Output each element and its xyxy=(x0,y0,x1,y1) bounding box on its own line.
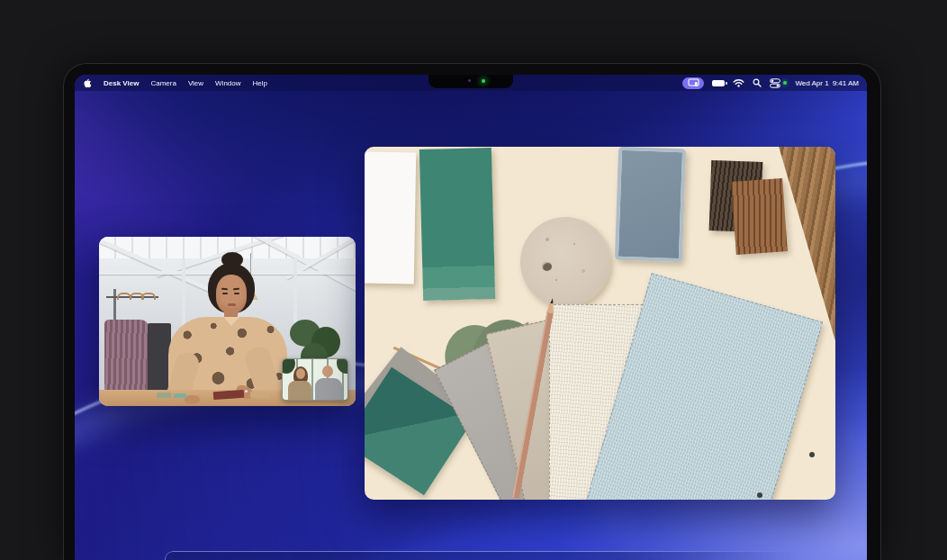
menu-item-view[interactable]: View xyxy=(188,79,203,87)
pip-participant-man-face xyxy=(322,366,333,377)
camera-in-use-indicator xyxy=(783,81,787,85)
display-notch xyxy=(428,75,513,88)
wifi-icon[interactable] xyxy=(733,78,744,87)
apple-logo-icon xyxy=(84,78,92,88)
menu-bar-clock[interactable]: Wed Apr 1 9:41 AM xyxy=(795,79,859,87)
pip-participant-man xyxy=(315,378,342,400)
hanger xyxy=(141,293,156,300)
spotlight-search-icon[interactable] xyxy=(753,78,762,87)
menu-bar-status-area: Wed Apr 1 9:41 AM xyxy=(682,77,867,89)
menu-bar-date: Wed Apr 1 xyxy=(795,79,828,87)
pip-remote-participants[interactable] xyxy=(282,358,348,401)
fabric-snap-button xyxy=(757,492,762,498)
menu-item-window[interactable]: Window xyxy=(215,79,240,87)
screen-mirroring-indicator[interactable] xyxy=(682,77,704,89)
desk-swatch-teal xyxy=(174,393,186,398)
fabric-snap-button xyxy=(809,452,815,457)
partially-hidden-window-top-edge[interactable] xyxy=(165,551,803,560)
menu-bar-left: Desk View Camera View Window Help xyxy=(75,78,267,88)
camera-indicator-light xyxy=(482,79,485,83)
apple-menu[interactable] xyxy=(84,78,92,88)
desk-swatch-tan xyxy=(250,391,270,398)
presenter-ring xyxy=(245,390,248,393)
white-tile xyxy=(365,151,416,284)
desk-swatch-green xyxy=(157,393,171,398)
control-center-area[interactable] xyxy=(770,78,787,88)
battery-icon[interactable] xyxy=(712,80,725,86)
presenter-mouth xyxy=(228,303,236,306)
presenter-eye xyxy=(234,293,239,294)
menu-item-camera[interactable]: Camera xyxy=(150,79,176,87)
loft-column xyxy=(182,258,185,330)
pip-participant-woman xyxy=(288,381,311,400)
control-center-icon xyxy=(770,78,780,88)
teal-tile xyxy=(419,148,495,301)
brown-wood-sample xyxy=(731,178,788,255)
presenter-eye xyxy=(222,293,228,294)
menu-item-desk-view[interactable]: Desk View xyxy=(104,79,139,87)
desk-view-window[interactable] xyxy=(365,147,835,500)
laptop-display: Desk View Camera View Window Help xyxy=(75,75,867,560)
felt-disc-hole xyxy=(542,262,552,271)
camera-lens xyxy=(468,79,471,82)
presenter-face xyxy=(216,275,247,313)
screenshot-stage: Desk View Camera View Window Help xyxy=(0,0,947,560)
menu-bar-time: 9:41 AM xyxy=(833,79,859,87)
felt-disc xyxy=(520,217,610,307)
pip-participant-woman-face xyxy=(296,368,305,379)
presenter-left-hand xyxy=(185,395,200,404)
video-call-window[interactable] xyxy=(99,237,356,406)
screen-mirroring-icon xyxy=(688,78,699,87)
menu-item-help[interactable]: Help xyxy=(253,79,267,87)
blue-gray-tile xyxy=(615,147,686,262)
